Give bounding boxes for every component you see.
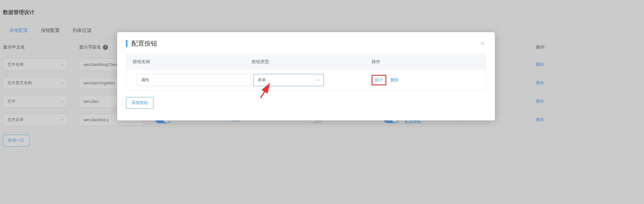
tab-button-config[interactable]: 按钮配置: [35, 22, 66, 39]
close-icon[interactable]: ×: [479, 39, 486, 49]
delete-link[interactable]: 删除: [536, 62, 544, 67]
display-name-select[interactable]: 文件英文名称 ▾: [3, 77, 67, 89]
col-header-display-name: 显示中文名: [3, 44, 79, 50]
chevron-down-icon: ▾: [61, 81, 63, 85]
button-name-input[interactable]: 属性: [137, 74, 251, 86]
display-name-select[interactable]: 文件名称 ▾: [3, 58, 67, 71]
delete-link[interactable]: 删除: [390, 77, 399, 83]
display-name-value: 文件目录: [7, 117, 24, 122]
col-header-field-name-label: 显示字段名: [79, 44, 101, 50]
display-name-value: 文件: [7, 99, 16, 104]
field-name-value: wenJianMingCheng: [83, 62, 119, 67]
modal-title: 配置按钮: [131, 39, 479, 48]
tab-table-config[interactable]: 表格配置: [3, 22, 35, 39]
modal-body: 按钮名称 按钮类型 操作 属性 表单 ▾ 设计 删除 添加按钮: [126, 54, 486, 109]
modal-grid-header: 按钮名称 按钮类型 操作: [126, 54, 486, 70]
button-type-select[interactable]: 表单 ▾: [253, 74, 324, 86]
chevron-down-icon: ▾: [61, 99, 63, 103]
button-type-value: 表单: [258, 77, 266, 83]
modal-row: 属性 表单 ▾ 设计 删除: [126, 70, 486, 91]
display-name-select[interactable]: 文件 ▾: [3, 95, 67, 108]
modal-header: 配置按钮 ×: [126, 32, 486, 54]
add-button-button[interactable]: 添加按钮: [126, 97, 153, 109]
field-name-value: wenJianMuLu: [83, 117, 109, 122]
display-name-value: 文件名称: [7, 62, 24, 67]
add-row-button[interactable]: 新增一行: [3, 135, 29, 146]
field-name-value: wenJian: [83, 99, 98, 104]
display-name-value: 文件英文名称: [7, 80, 32, 86]
delete-link[interactable]: 删除: [536, 99, 544, 104]
delete-link[interactable]: 删除: [536, 80, 544, 86]
col-header-action: 操作: [536, 44, 612, 50]
button-name-value: 属性: [141, 77, 149, 83]
design-link[interactable]: 设计: [372, 75, 386, 85]
chevron-down-icon: ▾: [61, 63, 63, 67]
display-name-select[interactable]: 文件目录 ▾: [3, 114, 67, 126]
chevron-down-icon: ▾: [317, 78, 319, 82]
modal-col-type: 按钮类型: [246, 59, 366, 65]
modal-col-name: 按钮名称: [126, 59, 246, 65]
chevron-down-icon: ▾: [61, 118, 63, 122]
modal-accent-bar: [126, 40, 127, 47]
info-icon[interactable]: i: [103, 45, 108, 50]
page-title: 数据管理设计: [0, 0, 644, 22]
tab-list-filter[interactable]: 列表过滤: [66, 22, 98, 39]
config-button-modal: 配置按钮 × 按钮名称 按钮类型 操作 属性 表单 ▾ 设计 删除: [117, 32, 495, 120]
field-name-value: wenJianYingWen: [83, 81, 115, 85]
modal-col-action: 操作: [366, 59, 486, 65]
delete-link[interactable]: 删除: [536, 117, 544, 122]
